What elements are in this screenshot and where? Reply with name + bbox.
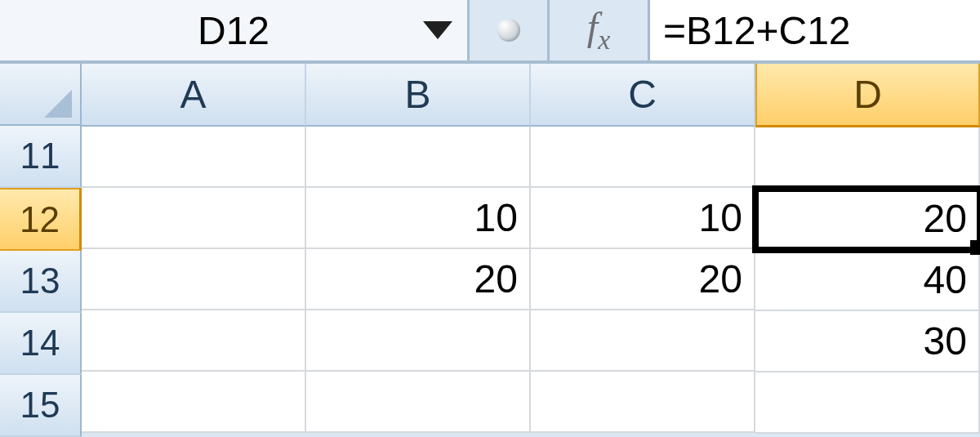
cell-C13[interactable]: 20 xyxy=(531,249,755,310)
cell-D12[interactable]: 20 xyxy=(755,189,980,250)
formula-cancel-slot xyxy=(470,0,550,60)
cell-B13[interactable]: 20 xyxy=(306,249,531,310)
cell-D13[interactable]: 40 xyxy=(755,250,980,311)
cell-D15[interactable] xyxy=(755,372,980,434)
cell-A12[interactable] xyxy=(82,188,306,249)
row-header-13[interactable]: 13 xyxy=(0,251,82,313)
cell-A13[interactable] xyxy=(82,249,306,310)
cell-C15[interactable] xyxy=(531,372,755,433)
column-D: D 20 40 30 xyxy=(755,64,980,437)
cell-B14[interactable] xyxy=(306,310,531,372)
row-header-15[interactable]: 15 xyxy=(0,375,82,437)
column-header-A[interactable]: A xyxy=(82,64,306,127)
row-header-14[interactable]: 14 xyxy=(0,313,82,375)
fill-handle[interactable] xyxy=(970,240,980,255)
cell-A11[interactable] xyxy=(82,127,306,188)
column-header-B[interactable]: B xyxy=(306,64,531,127)
select-all-corner[interactable] xyxy=(0,64,82,126)
column-C: C 10 20 xyxy=(531,64,755,437)
cell-C11[interactable] xyxy=(531,127,755,188)
row-header-12[interactable]: 12 xyxy=(0,188,82,252)
name-box[interactable]: D12 xyxy=(0,0,470,60)
cell-D11[interactable] xyxy=(755,127,980,189)
cell-B12[interactable]: 10 xyxy=(306,188,531,249)
cell-A14[interactable] xyxy=(82,310,306,372)
cell-A15[interactable] xyxy=(82,372,306,433)
cell-B11[interactable] xyxy=(306,127,531,188)
row-header-column: 11 12 13 14 15 xyxy=(0,64,82,437)
row-header-11[interactable]: 11 xyxy=(0,126,82,188)
formula-input[interactable]: =B12+C12 xyxy=(648,0,980,60)
column-B: B 10 20 xyxy=(306,64,531,437)
formula-text: =B12+C12 xyxy=(663,8,851,53)
spreadsheet-grid: 11 12 13 14 15 A B 10 20 C 10 20 D 20 xyxy=(0,64,980,437)
column-header-D[interactable]: D xyxy=(755,64,980,127)
formula-bar: D12 fx =B12+C12 xyxy=(0,0,980,64)
cell-C12[interactable]: 10 xyxy=(531,188,755,249)
fx-label: fx xyxy=(587,4,610,56)
insert-function-button[interactable]: fx xyxy=(550,0,648,60)
column-header-C[interactable]: C xyxy=(531,64,755,127)
name-box-value: D12 xyxy=(198,8,270,53)
record-indicator-icon xyxy=(497,19,520,42)
cell-D14[interactable]: 30 xyxy=(755,311,980,372)
cell-B15[interactable] xyxy=(306,372,531,433)
name-box-dropdown-icon[interactable] xyxy=(423,21,452,39)
cell-C14[interactable] xyxy=(531,310,755,372)
column-A: A xyxy=(82,64,306,437)
